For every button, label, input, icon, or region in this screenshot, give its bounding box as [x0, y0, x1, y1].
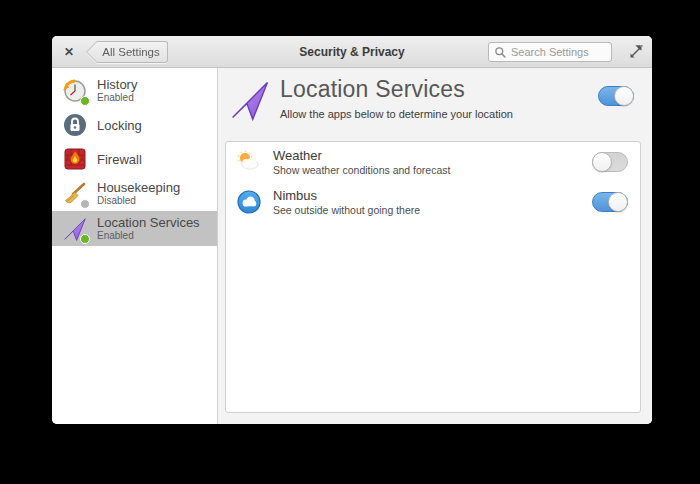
location-arrow-icon	[62, 216, 88, 242]
sidebar-item-firewall[interactable]: Firewall	[52, 142, 217, 176]
sidebar-item-status: Enabled	[97, 230, 200, 242]
location-services-header: Location Services Allow the apps below t…	[228, 76, 634, 130]
toggle-knob	[608, 192, 628, 212]
sidebar-item-status: Disabled	[97, 195, 180, 207]
back-button-label: All Settings	[87, 42, 167, 62]
apps-list-card: Weather Show weather conditions and fore…	[225, 141, 641, 413]
enabled-status-dot	[80, 96, 90, 106]
sidebar-item-label: Locking	[97, 118, 142, 133]
content-area: History Enabled Locking Firewall	[52, 68, 652, 424]
app-name: Nimbus	[273, 188, 581, 204]
toggle-knob	[614, 86, 634, 106]
settings-window: ✕ All Settings Security & Privacy Histor…	[52, 36, 652, 424]
sidebar-item-label: Location Services	[97, 215, 200, 230]
sidebar-item-label: History	[97, 77, 137, 92]
history-clock-icon	[62, 78, 88, 104]
sidebar-item-history[interactable]: History Enabled	[52, 73, 217, 108]
nimbus-toggle[interactable]	[592, 192, 628, 212]
app-description: See outside without going there	[273, 204, 581, 217]
sidebar-item-status: Enabled	[97, 92, 137, 104]
app-row-nimbus: Nimbus See outside without going there	[226, 182, 640, 222]
close-icon[interactable]: ✕	[60, 43, 78, 61]
maximize-icon[interactable]	[628, 44, 644, 60]
padlock-icon	[62, 112, 88, 138]
app-description: Show weather conditions and forecast	[273, 164, 581, 177]
location-services-master-toggle[interactable]	[598, 86, 634, 106]
sidebar-item-locking[interactable]: Locking	[52, 108, 217, 142]
sun-cloud-icon	[236, 149, 262, 175]
app-name: Weather	[273, 148, 581, 164]
sidebar: History Enabled Locking Firewall	[52, 68, 218, 424]
search-input[interactable]	[511, 46, 603, 58]
blue-cloud-icon	[236, 189, 262, 215]
location-arrow-icon	[228, 78, 272, 122]
enabled-status-dot	[80, 234, 90, 244]
page-subtitle: Allow the apps below to determine your l…	[280, 108, 513, 120]
sidebar-item-label: Housekeeping	[97, 180, 180, 195]
sidebar-item-location-services[interactable]: Location Services Enabled	[52, 211, 217, 246]
titlebar[interactable]: ✕ All Settings Security & Privacy	[52, 36, 652, 68]
broom-icon	[62, 181, 88, 207]
main-pane: Location Services Allow the apps below t…	[218, 68, 652, 424]
toggle-knob	[592, 152, 612, 172]
search-icon	[494, 46, 507, 59]
app-row-weather: Weather Show weather conditions and fore…	[226, 142, 640, 182]
firewall-flame-icon	[62, 146, 88, 172]
search-field[interactable]	[488, 42, 612, 62]
all-settings-back-button[interactable]: All Settings	[86, 41, 168, 63]
sidebar-item-label: Firewall	[97, 152, 142, 167]
sidebar-item-housekeeping[interactable]: Housekeeping Disabled	[52, 176, 217, 211]
weather-toggle[interactable]	[592, 152, 628, 172]
page-title: Location Services	[280, 76, 513, 103]
disabled-status-dot	[80, 199, 90, 209]
